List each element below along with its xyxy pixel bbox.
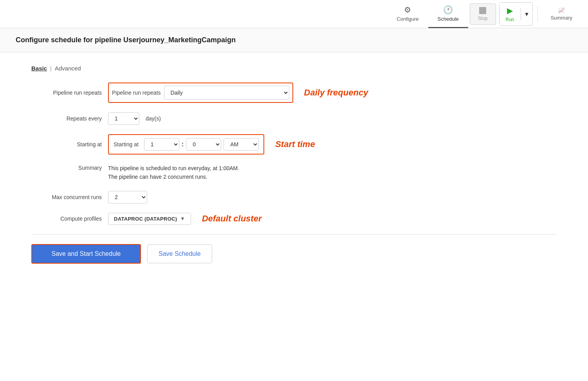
- repeats-every-select[interactable]: 1 2 3 7: [108, 112, 139, 125]
- tab-separator: |: [50, 65, 52, 72]
- run-label: Run: [506, 17, 514, 22]
- nav-schedule-label: Schedule: [438, 16, 459, 22]
- repeats-every-row: Repeats every 1 2 3 7 day(s): [31, 112, 557, 125]
- max-concurrent-label: Max concurrent runs: [31, 194, 102, 200]
- run-dropdown-arrow[interactable]: ▼: [521, 8, 533, 20]
- pipeline-run-label-inner: Pipeline run repeats: [112, 90, 161, 96]
- summary-text: This pipeline is scheduled to run everyd…: [108, 164, 239, 182]
- start-time-annotation: Start time: [275, 139, 315, 149]
- days-unit-label: day(s): [146, 115, 161, 122]
- frequency-highlight-box: Pipeline run repeats Daily Hourly Weekly…: [108, 83, 293, 103]
- repeats-every-label: Repeats every: [31, 115, 102, 122]
- tab-basic[interactable]: Basic: [31, 65, 47, 72]
- pipeline-run-label: Pipeline run repeats: [31, 90, 102, 96]
- summary-line1: This pipeline is scheduled to run everyd…: [108, 164, 239, 173]
- run-group: ▶ Run ▼: [499, 2, 533, 26]
- compute-profiles-row: Compute profiles DATAPROC (DATAPROC) ▼ D…: [31, 213, 557, 225]
- summary-row: Summary This pipeline is scheduled to ru…: [31, 164, 557, 182]
- pipeline-run-row: Pipeline run repeats Pipeline run repeat…: [31, 83, 557, 103]
- nav-divider: [537, 6, 538, 22]
- stop-label: Stop: [478, 16, 488, 21]
- starting-at-box: Starting at 1234 5678 9101112 : 0153045 …: [108, 134, 264, 155]
- page-title: Configure schedule for pipeline Userjour…: [16, 36, 572, 44]
- run-button[interactable]: ▶ Run: [500, 3, 521, 25]
- configure-icon: ⚙: [404, 5, 411, 14]
- max-concurrent-select[interactable]: 1 2 3 4 5: [108, 191, 147, 203]
- time-colon: :: [182, 141, 184, 148]
- save-and-start-button[interactable]: Save and Start Schedule: [31, 244, 141, 264]
- nav-schedule[interactable]: 🕐 Schedule: [428, 0, 468, 28]
- default-cluster-annotation: Default cluster: [202, 214, 262, 224]
- start-min-select[interactable]: 0153045: [186, 138, 221, 151]
- nav-configure-label: Configure: [397, 16, 418, 22]
- stop-button[interactable]: Stop: [470, 4, 496, 25]
- summary-chart-icon: 📈: [558, 7, 565, 13]
- footer-divider: [31, 234, 557, 235]
- mode-tabs: Basic | Advanced: [31, 65, 557, 72]
- start-hour-select[interactable]: 1234 5678 9101112: [144, 138, 179, 151]
- compute-profile-value: DATAPROC (DATAPROC): [114, 216, 177, 222]
- daily-frequency-annotation: Daily frequency: [304, 88, 368, 98]
- chevron-down-icon: ▼: [524, 11, 530, 17]
- tab-advanced[interactable]: Advanced: [55, 65, 81, 72]
- top-nav: ⚙ Configure 🕐 Schedule Stop ▶ Run ▼ 📈 Su…: [0, 0, 588, 28]
- stop-icon: [479, 7, 486, 14]
- compute-dropdown-icon: ▼: [180, 216, 185, 221]
- save-schedule-button[interactable]: Save Schedule: [147, 244, 212, 263]
- starting-at-label: Starting at: [31, 141, 102, 147]
- page-header: Configure schedule for pipeline Userjour…: [0, 28, 588, 52]
- start-ampm-select[interactable]: AMPM: [224, 138, 259, 151]
- max-concurrent-row: Max concurrent runs 1 2 3 4 5: [31, 191, 557, 203]
- frequency-select[interactable]: Daily Hourly Weekly Monthly: [164, 86, 289, 100]
- schedule-icon: 🕐: [443, 5, 453, 14]
- nav-summary-label: Summary: [550, 15, 572, 21]
- starting-at-row: Starting at Starting at 1234 5678 910111…: [31, 134, 557, 155]
- nav-configure[interactable]: ⚙ Configure: [387, 0, 428, 28]
- nav-summary[interactable]: 📈 Summary: [541, 0, 582, 28]
- footer-buttons: Save and Start Schedule Save Schedule: [31, 244, 557, 273]
- summary-line2: The pipeline can have 2 concurrent runs.: [108, 173, 239, 181]
- compute-profiles-button[interactable]: DATAPROC (DATAPROC) ▼: [108, 213, 191, 225]
- compute-profiles-label: Compute profiles: [31, 216, 102, 222]
- summary-field-label: Summary: [31, 164, 102, 171]
- play-icon: ▶: [507, 6, 513, 15]
- main-content: Basic | Advanced Pipeline run repeats Pi…: [0, 52, 588, 286]
- starting-at-label-inner: Starting at: [114, 141, 139, 147]
